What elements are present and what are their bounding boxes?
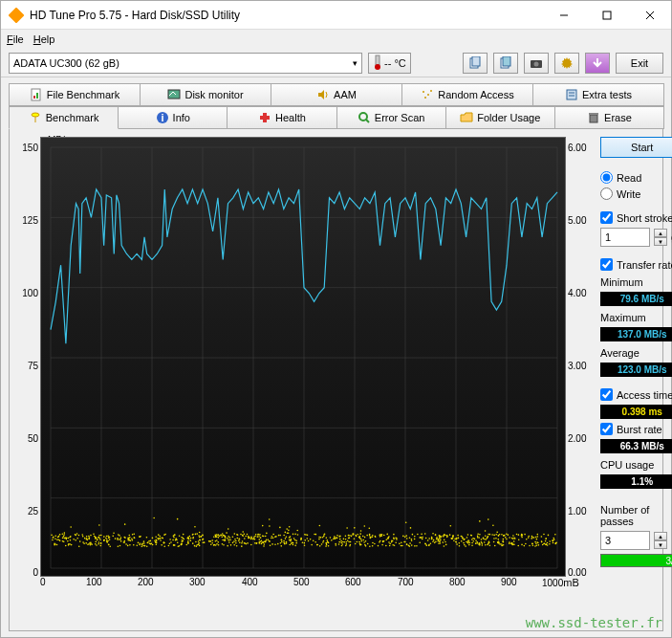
svg-point-553 (76, 538, 78, 539)
svg-point-643 (281, 541, 283, 543)
transfer-rate-checkbox[interactable]: Transfer rate (600, 258, 672, 271)
svg-point-828 (488, 543, 489, 545)
screenshot-button[interactable] (524, 53, 549, 74)
svg-point-787 (436, 539, 438, 540)
tab-aam[interactable]: AAM (271, 83, 402, 106)
drive-select[interactable]: ADATA UC300 (62 gB) ▾ (9, 53, 362, 74)
svg-point-905 (456, 539, 458, 540)
read-radio[interactable]: Read (600, 171, 672, 184)
svg-point-262 (228, 539, 229, 541)
svg-point-695 (196, 533, 198, 535)
options-button[interactable] (554, 53, 579, 74)
svg-point-537 (184, 539, 185, 540)
exit-button[interactable]: Exit (616, 53, 663, 74)
svg-point-706 (535, 542, 537, 544)
maximize-button[interactable] (585, 1, 628, 29)
svg-point-837 (198, 540, 200, 542)
svg-point-177 (168, 545, 170, 547)
svg-point-937 (492, 524, 494, 526)
save-button[interactable] (585, 53, 610, 74)
svg-point-127 (210, 543, 212, 545)
svg-point-625 (426, 544, 428, 546)
svg-point-515 (222, 533, 224, 535)
minimum-value: 79.6 MB/s (600, 292, 672, 306)
svg-point-149 (208, 540, 210, 542)
tab-file-benchmark[interactable]: File Benchmark (9, 83, 141, 106)
svg-point-71 (335, 544, 336, 546)
tab-extra-tests[interactable]: Extra tests (532, 83, 664, 106)
svg-point-163 (228, 528, 229, 530)
svg-point-260 (254, 542, 256, 544)
svg-point-218 (506, 539, 508, 540)
svg-point-435 (461, 540, 463, 542)
passes-spinner[interactable]: ▲▼ (654, 532, 667, 549)
benchmark-chart (40, 137, 566, 577)
svg-point-477 (98, 537, 99, 539)
svg-point-431 (315, 534, 317, 536)
svg-point-897 (283, 542, 285, 544)
svg-point-143 (98, 543, 99, 545)
temperature-value: -- °C (384, 57, 406, 69)
svg-point-355 (144, 545, 146, 547)
svg-point-91 (479, 534, 481, 536)
svg-point-340 (409, 542, 411, 544)
svg-point-936 (109, 537, 111, 539)
short-stroke-input[interactable] (600, 228, 650, 247)
svg-point-884 (213, 544, 215, 546)
copy-screenshot-button[interactable] (493, 53, 518, 74)
svg-point-944 (120, 537, 122, 539)
svg-point-864 (202, 541, 204, 543)
svg-point-755 (467, 534, 469, 536)
svg-point-272 (401, 541, 402, 543)
svg-point-948 (524, 534, 526, 536)
short-stroke-checkbox[interactable]: Short stroke (600, 211, 672, 224)
write-radio[interactable]: Write (600, 187, 672, 200)
svg-point-257 (228, 536, 229, 538)
svg-point-570 (96, 538, 98, 539)
copy-info-button[interactable] (463, 53, 488, 74)
svg-point-919 (392, 540, 394, 542)
tab-random-access[interactable]: Random Access (401, 83, 533, 106)
svg-point-752 (257, 534, 259, 536)
svg-point-337 (409, 537, 411, 539)
svg-point-829 (225, 539, 227, 541)
svg-point-124 (194, 526, 196, 528)
svg-point-929 (433, 539, 435, 541)
tab-disk-monitor[interactable]: Disk monitor (140, 83, 271, 106)
menu-help[interactable]: Help (33, 33, 55, 45)
minimize-button[interactable] (542, 1, 585, 29)
svg-point-800 (498, 542, 500, 544)
tab-info[interactable]: iInfo (118, 106, 228, 129)
svg-point-918 (199, 545, 201, 547)
access-time-checkbox[interactable]: Access time (600, 388, 672, 401)
burst-rate-checkbox[interactable]: Burst rate (600, 423, 672, 435)
svg-point-486 (392, 544, 394, 546)
svg-point-693 (153, 517, 155, 519)
svg-point-605 (343, 539, 345, 540)
svg-point-674 (521, 544, 523, 546)
svg-point-654 (54, 538, 56, 539)
svg-point-705 (484, 539, 486, 540)
svg-point-696 (439, 536, 441, 538)
tab-benchmark[interactable]: Benchmark (9, 106, 119, 129)
svg-point-902 (385, 545, 387, 547)
close-button[interactable] (628, 1, 671, 29)
svg-point-148 (477, 536, 479, 538)
svg-point-799 (294, 539, 296, 541)
menu-file[interactable]: File (7, 33, 24, 45)
svg-point-304 (513, 543, 515, 545)
short-stroke-spinner[interactable]: ▲▼ (654, 229, 667, 246)
svg-point-816 (51, 535, 53, 537)
svg-point-176 (341, 545, 343, 547)
tab-health[interactable]: Health (227, 106, 336, 129)
svg-point-182 (218, 544, 220, 546)
tab-folder-usage[interactable]: Folder Usage (445, 106, 555, 129)
start-button[interactable]: Start (600, 137, 672, 158)
svg-point-895 (353, 533, 355, 535)
svg-point-684 (525, 543, 527, 545)
tab-error-scan[interactable]: Error Scan (336, 106, 446, 129)
svg-point-614 (57, 539, 59, 540)
passes-input[interactable] (600, 531, 650, 550)
tab-erase[interactable]: Erase (554, 106, 664, 129)
svg-point-666 (468, 542, 470, 544)
